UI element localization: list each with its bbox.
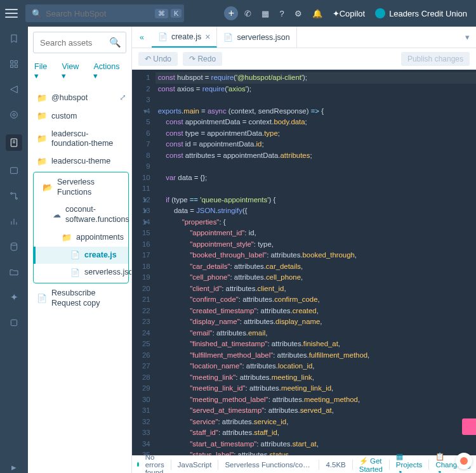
action-bar: ↶ Undo ↷ Redo Publish changes bbox=[132, 48, 476, 70]
feedback-flag[interactable] bbox=[462, 418, 476, 435]
help-icon[interactable]: ? bbox=[275, 6, 288, 21]
status-dot-icon bbox=[137, 462, 139, 467]
file-icon: 📄 bbox=[223, 33, 233, 42]
svg-rect-2 bbox=[11, 65, 13, 67]
tab-overflow-button[interactable]: ▾ bbox=[459, 32, 476, 42]
expand-nav-icon[interactable]: ▸ bbox=[8, 462, 20, 473]
svg-point-5 bbox=[11, 112, 18, 119]
search-input[interactable] bbox=[46, 9, 152, 18]
folder-icon[interactable] bbox=[8, 266, 20, 278]
cloud-icon: ☁ bbox=[53, 210, 61, 220]
close-tab-icon[interactable]: × bbox=[205, 32, 210, 42]
asset-search[interactable]: 🔍 bbox=[33, 32, 126, 53]
sales-icon[interactable] bbox=[8, 109, 20, 120]
actions-menu[interactable]: Actions ▾ bbox=[93, 62, 125, 81]
create-button[interactable]: + bbox=[224, 6, 238, 20]
svg-point-10 bbox=[11, 193, 13, 195]
view-menu[interactable]: View ▾ bbox=[62, 62, 84, 81]
org-icon bbox=[375, 8, 385, 18]
marketplace-icon[interactable]: ▦ bbox=[258, 6, 273, 21]
file-menu[interactable]: File ▾ bbox=[34, 62, 53, 81]
sidebar-menus: File ▾ View ▾ Actions ▾ bbox=[28, 58, 131, 87]
svg-rect-16 bbox=[11, 320, 17, 325]
kbd-cmd: ⌘ bbox=[155, 9, 168, 18]
undo-button[interactable]: ↶ Undo bbox=[138, 52, 178, 66]
file-icon: 📄 bbox=[70, 250, 80, 260]
get-started-link[interactable]: ⚡ Get Started bbox=[359, 457, 383, 473]
projects-link[interactable]: ▦ Projects ↗ bbox=[396, 452, 423, 474]
folder-open-icon: 📂 bbox=[43, 183, 53, 193]
collapse-icon[interactable]: ⤢ bbox=[119, 93, 126, 103]
tree-resubscribe[interactable]: 📄Resubscribe Request copy bbox=[28, 285, 131, 312]
hamburger-icon[interactable] bbox=[5, 9, 18, 18]
marketing-icon[interactable] bbox=[8, 84, 20, 95]
svg-rect-0 bbox=[11, 61, 13, 63]
tree-serverlessjson[interactable]: 📄serverless.json bbox=[34, 264, 128, 282]
tab-serverlessjson[interactable]: 📄serverless.json bbox=[217, 27, 296, 48]
svg-rect-1 bbox=[15, 61, 17, 63]
kbd-k: K bbox=[171, 9, 182, 18]
file-tree: 📁@hubspot⤢ 📁custom 📁leaderscu-foundation… bbox=[28, 87, 131, 473]
ai-icon[interactable]: ✦ bbox=[8, 292, 20, 303]
tree-appointments[interactable]: 📁appointments bbox=[34, 229, 128, 247]
file-icon: 📄 bbox=[37, 294, 47, 304]
code-editor[interactable]: 123▾4567891011▾12▾13▾1415161718192021222… bbox=[132, 70, 476, 455]
org-switcher[interactable]: Leaders Credit Union bbox=[371, 6, 471, 21]
file-icon: 📄 bbox=[70, 268, 80, 278]
language-label: JavaScript bbox=[178, 461, 212, 469]
search-icon: 🔍 bbox=[32, 9, 42, 18]
tab-createjs[interactable]: 📄create.js× bbox=[152, 27, 217, 48]
file-size: 4.5KB bbox=[326, 461, 345, 469]
copilot-button[interactable]: ✦ Copilot bbox=[329, 6, 369, 21]
folder-icon: 📁 bbox=[37, 134, 47, 144]
commerce-icon[interactable] bbox=[8, 317, 20, 328]
publish-button[interactable]: Publish changes bbox=[401, 52, 470, 66]
hubspot-badge-icon[interactable] bbox=[456, 453, 472, 469]
tree-theme[interactable]: 📁leaderscu-theme bbox=[28, 153, 131, 171]
svg-rect-3 bbox=[15, 65, 17, 67]
main-editor: « 📄create.js× 📄serverless.json ▾ ↶ Undo … bbox=[132, 27, 476, 473]
tree-coconut[interactable]: ☁coconut-software.functions bbox=[34, 201, 128, 228]
svg-rect-9 bbox=[11, 167, 18, 173]
highlighted-tree-section: 📂Serverless Functions ☁coconut-software.… bbox=[33, 172, 129, 283]
search-icon[interactable]: 🔍 bbox=[109, 37, 121, 48]
notifications-icon[interactable]: 🔔 bbox=[308, 6, 326, 21]
folder-icon: 📁 bbox=[37, 157, 47, 167]
file-icon: 📄 bbox=[158, 32, 168, 41]
crm-icon[interactable] bbox=[8, 58, 20, 70]
tree-hubspot[interactable]: 📁@hubspot⤢ bbox=[28, 89, 131, 107]
folder-icon: 📁 bbox=[37, 93, 47, 103]
automation-icon[interactable] bbox=[8, 190, 20, 202]
collapse-sidebar-button[interactable]: « bbox=[132, 33, 152, 42]
topbar: 🔍 ⌘ K + ✆ ▦ ? ⚙ 🔔 ✦ Copilot Leaders Cred… bbox=[0, 0, 476, 27]
phone-icon[interactable]: ✆ bbox=[241, 6, 255, 21]
tree-serverless[interactable]: 📂Serverless Functions bbox=[34, 174, 128, 201]
reporting-icon[interactable] bbox=[8, 216, 20, 227]
redo-button[interactable]: ↷ Redo bbox=[183, 52, 222, 66]
svg-point-4 bbox=[13, 113, 15, 116]
file-path: Serverless Functions/coconut-software.fu… bbox=[225, 461, 312, 469]
svg-point-15 bbox=[11, 243, 17, 245]
folder-icon: 📁 bbox=[37, 111, 47, 121]
code-content[interactable]: const hubspot = require('@hubspot/api-cl… bbox=[155, 70, 476, 455]
settings-icon[interactable]: ⚙ bbox=[291, 6, 306, 21]
library-icon[interactable] bbox=[8, 165, 20, 176]
tab-bar: « 📄create.js× 📄serverless.json ▾ bbox=[132, 27, 476, 48]
error-status[interactable]: No errors found bbox=[145, 453, 164, 474]
content-icon[interactable] bbox=[6, 134, 22, 151]
folder-icon: 📁 bbox=[62, 233, 72, 243]
bookmark-icon[interactable] bbox=[8, 33, 20, 44]
tree-custom[interactable]: 📁custom bbox=[28, 107, 131, 125]
line-gutter: 123▾4567891011▾12▾13▾1415161718192021222… bbox=[132, 70, 155, 455]
data-icon[interactable] bbox=[8, 241, 20, 252]
asset-sidebar: 🔍 File ▾ View ▾ Actions ▾ 📁@hubspot⤢ 📁cu… bbox=[28, 27, 132, 473]
vertical-nav: ✦ ▸ bbox=[0, 27, 28, 473]
tree-foundation[interactable]: 📁leaderscu-foundation-theme bbox=[28, 126, 131, 153]
tree-createjs[interactable]: 📄create.js bbox=[34, 247, 128, 264]
global-search[interactable]: 🔍 ⌘ K bbox=[25, 4, 184, 22]
status-bar: No errors found JavaScript Serverless Fu… bbox=[132, 455, 476, 473]
